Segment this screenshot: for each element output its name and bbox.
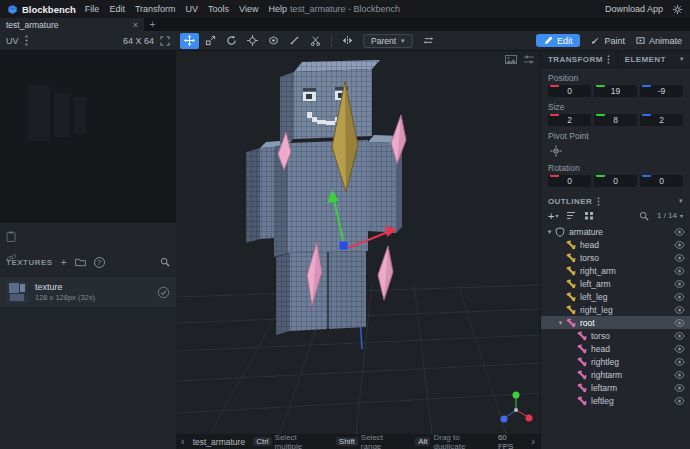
visibility-toggle-icon[interactable] — [671, 293, 687, 301]
collapse-outliner-icon[interactable]: ▾ — [679, 197, 683, 205]
menu-transform[interactable]: Transform — [135, 4, 176, 14]
help-icon[interactable]: ? — [94, 257, 105, 268]
texture-particle-toggle-icon[interactable] — [157, 286, 170, 299]
menu-tools[interactable]: Tools — [208, 4, 229, 14]
outliner-count[interactable]: 1 / 14▾ — [657, 211, 683, 220]
visibility-toggle-icon[interactable] — [671, 371, 687, 379]
size-y-input[interactable]: 8 — [594, 114, 637, 126]
outliner-row[interactable]: left_leg — [541, 290, 690, 303]
position-z-input[interactable]: -9 — [640, 85, 683, 97]
tab-element[interactable]: ELEMENT — [617, 51, 673, 67]
outliner-row[interactable]: torso — [541, 251, 690, 264]
move-tool-button[interactable] — [180, 33, 199, 49]
outliner-row[interactable]: ▾ armature — [541, 225, 690, 238]
rotation-y-input[interactable]: 0 — [594, 175, 637, 187]
outliner-row[interactable]: rightarm — [541, 368, 690, 381]
outliner-search-icon[interactable] — [639, 211, 649, 221]
collapse-panel-icon[interactable]: ▾ — [680, 55, 690, 63]
visibility-toggle-icon[interactable] — [671, 397, 687, 405]
tab-close-button[interactable]: × — [133, 20, 138, 30]
size-x-input[interactable]: 2 — [548, 114, 591, 126]
camera-icon[interactable] — [505, 55, 517, 64]
folder-icon[interactable] — [75, 258, 86, 267]
project-tab[interactable]: test_armature × — [0, 18, 144, 31]
outliner-row[interactable]: head — [541, 238, 690, 251]
rotation-x-input[interactable]: 0 — [548, 175, 591, 187]
import-texture-icon[interactable]: + — [61, 258, 67, 267]
add-group-button[interactable]: +▾ — [548, 211, 558, 221]
vertex-snap-tool-button[interactable] — [264, 33, 283, 49]
viewport-settings-icon[interactable] — [524, 55, 534, 64]
sort-icon[interactable] — [566, 211, 576, 220]
bone-icon — [565, 304, 577, 315]
visibility-toggle-icon[interactable] — [671, 358, 687, 366]
mirror-tool-button[interactable] — [338, 33, 357, 49]
visibility-toggle-icon[interactable] — [671, 228, 687, 236]
caret-icon[interactable]: ▾ — [556, 319, 565, 327]
visibility-toggle-icon[interactable] — [671, 267, 687, 275]
viewport-3d[interactable]: ‹ test_armature CtrlSelect multipleShift… — [176, 51, 540, 449]
menu-edit[interactable]: Edit — [109, 4, 125, 14]
panel-menu-icon[interactable] — [607, 55, 610, 64]
swap-axes-tool-button[interactable] — [419, 33, 438, 49]
pivot-tool-button[interactable] — [243, 33, 262, 49]
resize-tool-button[interactable] — [201, 33, 220, 49]
mode-edit-button[interactable]: Edit — [536, 34, 581, 47]
uv-panel-menu-icon[interactable] — [25, 35, 28, 46]
statusbar-prev-arrow[interactable]: ‹ — [181, 436, 185, 447]
texture-search-icon[interactable] — [160, 257, 170, 267]
scissors-tool-button[interactable] — [306, 33, 325, 49]
mode-animate-button[interactable]: Animate — [636, 36, 682, 46]
visibility-toggle-icon[interactable] — [671, 254, 687, 262]
new-tab-button[interactable]: + — [144, 18, 161, 31]
view-mode-icon[interactable] — [584, 211, 594, 220]
orientation-gizmo — [501, 392, 533, 423]
main-toolbar: UV 64 X 64 Parent ▾ Edit Paint Animate — [0, 31, 690, 51]
clipboard-icon[interactable] — [6, 231, 17, 242]
outliner-row[interactable]: left_arm — [541, 277, 690, 290]
bone-icon — [576, 330, 588, 341]
outliner-row[interactable]: leftarm — [541, 381, 690, 394]
viewport-canvas[interactable] — [176, 51, 540, 434]
settings-gear-icon[interactable] — [672, 4, 683, 15]
outliner-row[interactable]: rightleg — [541, 355, 690, 368]
seam-tool-button[interactable] — [285, 33, 304, 49]
status-hint: ShiftSelect range — [336, 433, 402, 449]
visibility-toggle-icon[interactable] — [671, 280, 687, 288]
menu-uv[interactable]: UV — [186, 4, 199, 14]
texture-list-item[interactable]: texture 128 x 128px (32x) — [0, 277, 176, 307]
uv-fullscreen-icon[interactable] — [160, 36, 170, 46]
menu-help[interactable]: Help — [268, 4, 287, 14]
visibility-toggle-icon[interactable] — [671, 319, 687, 327]
rotation-z-input[interactable]: 0 — [640, 175, 683, 187]
mode-paint-button[interactable]: Paint — [591, 36, 625, 46]
outliner-row[interactable]: torso — [541, 329, 690, 342]
visibility-toggle-icon[interactable] — [671, 241, 687, 249]
pivot-crosshair-button[interactable] — [548, 143, 564, 158]
position-x-input[interactable]: 0 — [548, 85, 591, 97]
visibility-toggle-icon[interactable] — [671, 306, 687, 314]
statusbar-next-arrow[interactable]: › — [531, 436, 535, 447]
position-label: Position — [548, 73, 683, 83]
visibility-toggle-icon[interactable] — [671, 332, 687, 340]
outliner-row[interactable]: right_arm — [541, 264, 690, 277]
transform-space-dropdown[interactable]: Parent ▾ — [363, 34, 413, 48]
uv-editor-canvas[interactable] — [0, 51, 176, 223]
outliner-row[interactable]: leftleg — [541, 394, 690, 407]
menu-view[interactable]: View — [239, 4, 258, 14]
caret-icon[interactable]: ▾ — [545, 228, 554, 236]
tab-transform[interactable]: TRANSFORM — [541, 51, 617, 67]
panel-menu-icon[interactable] — [597, 197, 600, 206]
size-z-input[interactable]: 2 — [640, 114, 683, 126]
outliner-row[interactable]: right_leg — [541, 303, 690, 316]
visibility-toggle-icon[interactable] — [671, 384, 687, 392]
position-y-input[interactable]: 19 — [594, 85, 637, 97]
app-logo[interactable]: Blockbench — [7, 4, 76, 15]
rotate-tool-button[interactable] — [222, 33, 241, 49]
bone-icon — [576, 356, 588, 367]
outliner-row[interactable]: head — [541, 342, 690, 355]
download-app-link[interactable]: Download App — [605, 4, 663, 14]
outliner-row[interactable]: ▾ root — [541, 316, 690, 329]
visibility-toggle-icon[interactable] — [671, 345, 687, 353]
menu-file[interactable]: File — [85, 4, 100, 14]
